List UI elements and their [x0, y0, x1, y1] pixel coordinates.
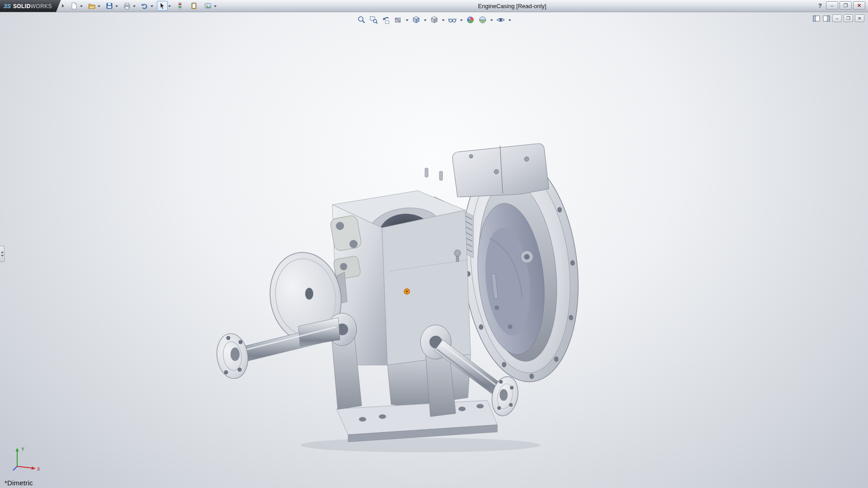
display-style-dropdown-icon[interactable] [442, 19, 445, 21]
zoom-to-fit-button[interactable] [357, 14, 367, 26]
section-view-dropdown-icon[interactable] [406, 19, 409, 21]
display-style-button[interactable] [429, 14, 439, 26]
save-dropdown-icon[interactable] [115, 5, 118, 7]
zoom-to-area-button[interactable] [369, 14, 379, 26]
document-restore-button[interactable]: ❐ [844, 14, 853, 22]
dassault-3ds-icon: 3S [4, 3, 11, 9]
rebuild-trafficlight-icon [176, 2, 184, 10]
view-settings-button[interactable] [496, 14, 506, 26]
graphics-viewport[interactable]: – ❐ ✕ [0, 12, 868, 488]
undo-button[interactable] [139, 1, 150, 11]
maximize-button[interactable]: ❐ [840, 1, 852, 9]
apply-scene-dropdown-icon[interactable] [491, 19, 493, 21]
print-button[interactable] [122, 1, 132, 11]
model-shadow [301, 438, 540, 452]
select-tool-button[interactable] [157, 1, 168, 11]
select-cursor-icon [158, 2, 166, 10]
top-cover[interactable] [453, 144, 549, 197]
options-dropdown-icon[interactable] [214, 5, 217, 7]
pane-left-icon[interactable] [812, 15, 821, 22]
undo-dropdown-icon[interactable] [151, 5, 153, 7]
solidworks-logo: 3S SOLIDWORKS [0, 0, 61, 12]
titlebar: 3S SOLIDWORKS [0, 0, 868, 12]
pane-right-icon[interactable] [822, 15, 830, 22]
document-close-button[interactable]: ✕ [855, 14, 864, 22]
new-dropdown-icon[interactable] [80, 5, 83, 7]
save-disk-icon [105, 2, 113, 10]
eyeglasses-icon [448, 15, 457, 24]
splitter-down-icon [1, 255, 4, 257]
zoom-to-fit-icon [357, 15, 366, 24]
z-axis-icon [13, 466, 17, 470]
window-controls: ? – ❐ ✕ [816, 1, 865, 9]
hide-show-items-button[interactable] [448, 14, 458, 26]
properties-button[interactable] [189, 1, 199, 11]
edit-appearance-button[interactable] [466, 14, 476, 26]
zoom-to-area-icon [369, 15, 378, 24]
open-folder-icon [88, 2, 96, 10]
appearance-ball-icon [466, 15, 475, 24]
brand-name-light: WORKS [31, 3, 52, 9]
cylinder-studs[interactable] [425, 168, 443, 180]
apply-scene-button[interactable] [478, 14, 488, 26]
orientation-label: *Dimetric [5, 479, 33, 487]
close-button[interactable]: ✕ [853, 1, 865, 9]
display-style-cube-icon [430, 15, 439, 24]
help-button[interactable]: ? [816, 2, 825, 9]
section-view-icon [394, 15, 403, 24]
select-dropdown-icon[interactable] [168, 5, 171, 7]
previous-view-button[interactable] [381, 14, 391, 26]
clipboard-icon [190, 2, 198, 10]
document-minimize-button[interactable]: – [832, 14, 842, 22]
rebuild-button[interactable] [175, 1, 185, 11]
view-settings-dropdown-icon[interactable] [509, 19, 511, 21]
scene-icon [478, 15, 487, 24]
document-window-controls: – ❐ ✕ [812, 14, 864, 22]
main-toolbar [69, 1, 219, 11]
previous-view-icon [382, 15, 391, 24]
print-dropdown-icon[interactable] [133, 5, 136, 7]
heads-up-toolbar [357, 14, 512, 26]
view-orientation-button[interactable] [411, 14, 421, 26]
undo-arrow-icon [141, 2, 149, 10]
splitter-up-icon [1, 251, 4, 253]
image-options-icon [204, 2, 212, 10]
base-plate[interactable] [336, 400, 497, 442]
reference-triad: Y X [10, 446, 43, 474]
point-marker [404, 289, 410, 294]
view-orientation-cube-icon [412, 15, 421, 24]
open-button[interactable] [86, 1, 97, 11]
view-orientation-dropdown-icon[interactable] [424, 19, 427, 21]
engine-casing-model[interactable] [0, 12, 868, 488]
x-axis-arrow-icon [32, 467, 36, 470]
new-document-icon [70, 2, 78, 10]
view-settings-eye-icon [496, 15, 505, 24]
options-button[interactable] [203, 1, 213, 11]
printer-icon [123, 2, 131, 10]
triad-x-label: X [37, 467, 40, 472]
featuremanager-collapse-tab[interactable] [0, 246, 5, 262]
brand-name-bold: SOLID [13, 3, 31, 9]
y-axis-arrow-icon [16, 448, 19, 451]
section-view-button[interactable] [393, 14, 403, 26]
menu-expand-icon[interactable] [62, 4, 64, 8]
open-dropdown-icon[interactable] [98, 5, 100, 7]
left-shaft[interactable] [214, 318, 340, 380]
window-title: EngineCasing [Read-only] [478, 3, 546, 9]
triad-y-label: Y [21, 447, 24, 452]
minimize-button[interactable]: – [826, 1, 838, 9]
save-button[interactable] [104, 1, 115, 11]
new-document-button[interactable] [69, 1, 80, 11]
hide-show-dropdown-icon[interactable] [460, 19, 463, 21]
